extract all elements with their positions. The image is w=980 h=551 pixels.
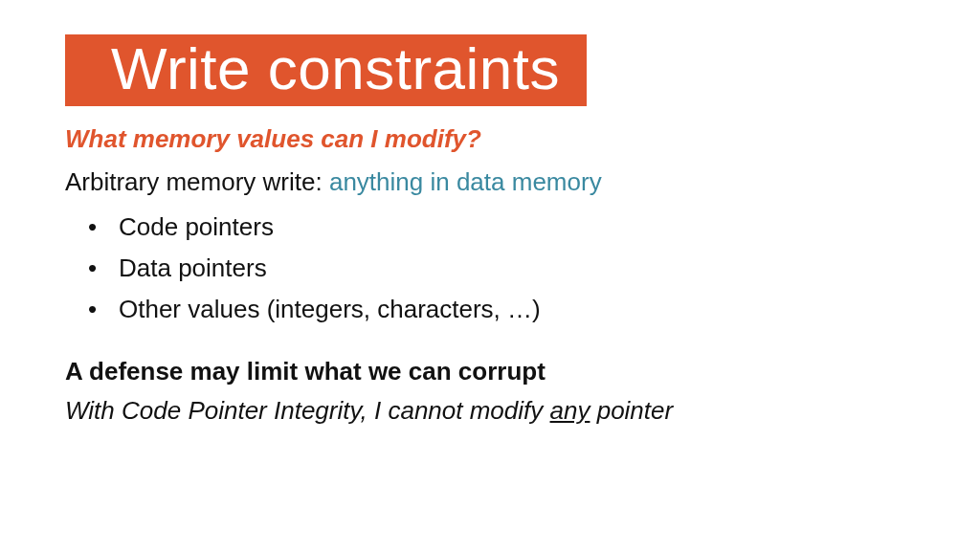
cpi-suffix: pointer <box>590 396 673 425</box>
list-item: Code pointers <box>65 207 923 248</box>
cpi-prefix: With Code Pointer Integrity, I cannot mo… <box>65 396 550 425</box>
bullet-list: Code pointers Data pointers Other values… <box>65 207 923 330</box>
slide-title: Write constraints <box>111 35 560 101</box>
slide-subtitle: What memory values can I modify? <box>65 124 923 154</box>
cpi-line: With Code Pointer Integrity, I cannot mo… <box>65 396 923 426</box>
slide-content: What memory values can I modify? Arbitra… <box>65 124 923 426</box>
cpi-underlined: any <box>550 396 590 425</box>
defense-heading: A defense may limit what we can corrupt <box>65 357 923 386</box>
arbitrary-highlight: anything in data memory <box>329 167 602 196</box>
arbitrary-write-line: Arbitrary memory write: anything in data… <box>65 167 923 197</box>
slide-title-bar: Write constraints <box>65 34 587 106</box>
list-item: Data pointers <box>65 248 923 289</box>
arbitrary-prefix: Arbitrary memory write: <box>65 167 329 196</box>
list-item: Other values (integers, characters, …) <box>65 289 923 330</box>
